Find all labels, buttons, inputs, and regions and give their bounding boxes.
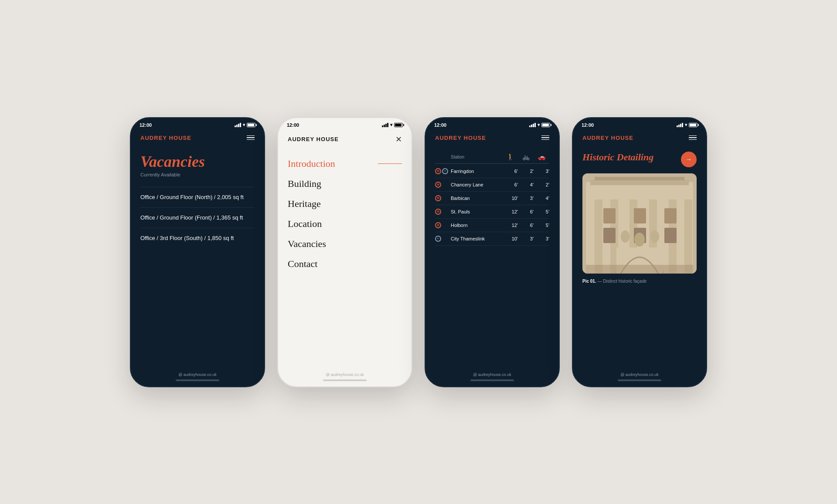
car-5: 3' — [534, 236, 549, 241]
status-bar-3: 12:00 ▾ — [425, 118, 559, 130]
col-station: Station — [451, 155, 502, 159]
close-button[interactable]: ✕ — [395, 135, 402, 144]
menu-item-contact[interactable]: Contact — [288, 254, 402, 274]
phone-4: 12:00 ▾ AUDREY HOUSE Historic Detailing … — [572, 117, 707, 387]
phone-3: 12:00 ▾ AUDREY HOUSE Station 🚶 🚲 — [425, 117, 560, 387]
bike-5: 3' — [518, 236, 534, 241]
vacancy-item-1: Office / Ground Floor (North) / 2,005 sq… — [140, 187, 255, 207]
svg-point-19 — [634, 233, 645, 247]
svg-rect-16 — [664, 228, 677, 243]
station-1: Chancery Lane — [451, 182, 502, 187]
menu-item-introduction[interactable]: Introduction — [288, 154, 402, 174]
home-indicator-2 — [323, 379, 367, 381]
wifi-icon-2: ▾ — [390, 122, 392, 127]
svg-rect-2 — [595, 200, 602, 274]
walk-0: 6' — [502, 169, 518, 174]
transport-icons-2: ⊖ — [435, 195, 451, 201]
svg-rect-11 — [603, 208, 616, 223]
battery-icon-1 — [247, 123, 255, 127]
wifi-icon-3: ▾ — [538, 122, 540, 127]
transport-icons-5: ≡ — [435, 236, 451, 242]
url-4: @ audreyhouse.co.uk — [620, 372, 659, 377]
time-4: 12:00 — [582, 122, 594, 128]
svg-point-17 — [621, 230, 629, 243]
walk-5: 10' — [502, 236, 518, 241]
nav-3: AUDREY HOUSE — [425, 130, 559, 146]
menu-content: Introduction Building Heritage Location … — [278, 149, 412, 369]
signal-icon-4 — [677, 123, 683, 127]
url-2: @ audreyhouse.co.uk — [326, 372, 364, 377]
menu-item-vacancies[interactable]: Vacancies — [288, 234, 402, 254]
transport-icons-3: ⊖ — [435, 209, 451, 215]
building-image — [582, 173, 697, 274]
car-1: 2' — [534, 182, 549, 187]
signal-icon-3 — [529, 123, 536, 127]
menu-button-4[interactable] — [689, 135, 697, 140]
svg-rect-13 — [664, 208, 677, 223]
status-icons-4: ▾ — [677, 122, 698, 127]
svg-rect-10 — [595, 177, 684, 180]
vacancy-item-3: Office / 3rd Floor (South) / 1,850 sq ft — [140, 228, 255, 248]
car-0: 3' — [534, 169, 549, 174]
bike-3: 6' — [518, 209, 534, 214]
footer-1: @ audreyhouse.co.uk — [131, 369, 264, 386]
status-bar-4: 12:00 ▾ — [573, 118, 706, 130]
time-3: 12:00 — [434, 122, 446, 128]
footer-3: @ audreyhouse.co.uk — [425, 369, 559, 386]
station-3: St. Pauls — [451, 209, 502, 214]
caption-label: Pic 01. — [582, 279, 596, 284]
menu-item-building[interactable]: Building — [288, 174, 402, 194]
bike-1: 4' — [518, 182, 534, 187]
home-indicator-3 — [470, 379, 514, 381]
home-indicator-1 — [176, 379, 219, 381]
station-0: Farringdon — [451, 169, 502, 174]
svg-rect-14 — [603, 228, 616, 243]
status-bar-1: 12:00 ▾ — [131, 118, 264, 130]
phone-1: 12:00 ▾ AUDREY HOUSE Vacancies Currently… — [130, 117, 265, 387]
status-icons-1: ▾ — [235, 122, 255, 127]
caption-text: — Distinct historic façade — [597, 279, 646, 284]
nav-1: AUDREY HOUSE — [131, 130, 264, 146]
status-bar-2: 12:00 ▾ — [278, 118, 412, 130]
bike-4: 6' — [518, 223, 534, 228]
time-2: 12:00 — [287, 122, 299, 128]
col-walk-icon: 🚶 — [502, 153, 518, 161]
currently-available: Currently Available — [140, 172, 255, 177]
battery-icon-2 — [394, 123, 403, 127]
transport-content: Station 🚶 🚲 🚗 ⊖ ≡ Farringdon 6' 2' 3' ⊖ … — [425, 146, 559, 369]
bike-0: 2' — [518, 169, 534, 174]
menu-item-heritage[interactable]: Heritage — [288, 194, 402, 214]
svg-rect-12 — [634, 208, 646, 223]
menu-button-1[interactable] — [247, 135, 255, 140]
bike-2: 3' — [518, 196, 534, 201]
vacancies-content: Vacancies Currently Available Office / G… — [131, 146, 264, 369]
vacancy-list: Office / Ground Floor (North) / 2,005 sq… — [140, 187, 255, 249]
svg-rect-9 — [590, 180, 689, 185]
car-2: 4' — [534, 196, 549, 201]
vacancies-title: Vacancies — [140, 153, 255, 171]
svg-point-18 — [650, 230, 659, 243]
next-button[interactable]: → — [681, 152, 697, 167]
brand-1: AUDREY HOUSE — [140, 135, 191, 141]
signal-icon-1 — [235, 123, 241, 127]
detail-content: Historic Detailing → — [573, 146, 706, 369]
brand-2: AUDREY HOUSE — [288, 136, 339, 142]
footer-2: @ audreyhouse.co.uk — [278, 369, 412, 386]
detail-title: Historic Detailing — [582, 152, 677, 163]
car-3: 5' — [534, 209, 549, 214]
transport-icons-1: ⊖ — [435, 182, 451, 188]
menu-item-location[interactable]: Location — [288, 214, 402, 234]
walk-3: 12' — [502, 209, 518, 214]
walk-4: 12' — [502, 223, 518, 228]
detail-header: Historic Detailing → — [582, 152, 697, 167]
svg-rect-20 — [586, 265, 693, 274]
status-icons-3: ▾ — [529, 122, 550, 127]
station-2: Barbican — [451, 196, 502, 201]
walk-2: 10' — [502, 196, 518, 201]
car-4: 5' — [534, 223, 549, 228]
menu-button-3[interactable] — [541, 135, 549, 140]
caption: Pic 01. — Distinct historic façade — [582, 279, 697, 284]
nav-2: AUDREY HOUSE ✕ — [278, 130, 412, 149]
walk-1: 6' — [502, 182, 518, 187]
station-5: City Thameslink — [451, 236, 502, 241]
